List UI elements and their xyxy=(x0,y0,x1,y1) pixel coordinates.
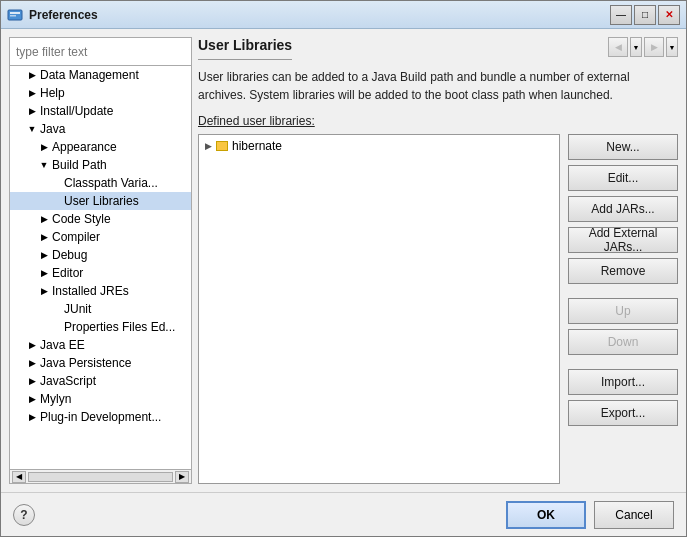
sidebar-item-label: JavaScript xyxy=(40,374,96,388)
add-external-jars-button[interactable]: Add External JARs... xyxy=(568,227,678,253)
tree-arrow-icon xyxy=(38,141,50,153)
sidebar-item-user-libraries[interactable]: User Libraries xyxy=(10,192,191,210)
sidebar-item-help[interactable]: Help xyxy=(10,84,191,102)
sidebar-item-label: User Libraries xyxy=(64,194,139,208)
tree-arrow-icon xyxy=(26,123,38,135)
tree-arrow-icon xyxy=(26,375,38,387)
library-item-label: hibernate xyxy=(232,139,282,153)
defined-label: Defined user libraries: xyxy=(198,114,678,128)
sidebar-item-code-style[interactable]: Code Style xyxy=(10,210,191,228)
tree-arrow-icon xyxy=(38,231,50,243)
sidebar-item-label: Properties Files Ed... xyxy=(64,320,175,334)
right-panel-header: User Libraries ◀ ▼ ▶ ▼ xyxy=(198,37,678,68)
forward-dropdown-button[interactable]: ▼ xyxy=(666,37,678,57)
description-text: User libraries can be added to a Java Bu… xyxy=(198,68,678,104)
sidebar-item-appearance[interactable]: Appearance xyxy=(10,138,191,156)
sidebar-item-label: Java Persistence xyxy=(40,356,131,370)
sidebar-item-mylyn[interactable]: Mylyn xyxy=(10,390,191,408)
sidebar-item-label: Editor xyxy=(52,266,83,280)
right-panel: User Libraries ◀ ▼ ▶ ▼ User libraries ca… xyxy=(198,37,678,484)
window-title: Preferences xyxy=(29,8,610,22)
navigation-arrows: ◀ ▼ ▶ ▼ xyxy=(608,37,678,57)
library-folder-icon xyxy=(216,141,228,151)
defined-label-rest: efined user libraries: xyxy=(207,114,315,128)
tree-arrow-icon xyxy=(50,177,62,189)
list-item-arrow-icon: ▶ xyxy=(205,141,212,151)
up-button[interactable]: Up xyxy=(568,298,678,324)
left-panel: Data Management Help Install/Update xyxy=(9,37,192,484)
scroll-right-button[interactable]: ▶ xyxy=(175,471,189,483)
maximize-button[interactable]: □ xyxy=(634,5,656,25)
sidebar-item-data-management[interactable]: Data Management xyxy=(10,66,191,84)
sidebar-item-label: Java EE xyxy=(40,338,85,352)
sidebar-item-compiler[interactable]: Compiler xyxy=(10,228,191,246)
sidebar-item-debug[interactable]: Debug xyxy=(10,246,191,264)
sidebar-item-build-path[interactable]: Build Path xyxy=(10,156,191,174)
sidebar-item-label: Appearance xyxy=(52,140,117,154)
edit-button[interactable]: Edit... xyxy=(568,165,678,191)
back-button[interactable]: ◀ xyxy=(608,37,628,57)
sidebar-item-junit[interactable]: JUnit xyxy=(10,300,191,318)
new-button[interactable]: New... xyxy=(568,134,678,160)
preferences-window: Preferences — □ ✕ Data Management xyxy=(0,0,687,537)
sidebar-item-javascript[interactable]: JavaScript xyxy=(10,372,191,390)
sidebar-item-label: Compiler xyxy=(52,230,100,244)
sidebar-item-label: Install/Update xyxy=(40,104,113,118)
help-button[interactable]: ? xyxy=(13,504,35,526)
sidebar-item-editor[interactable]: Editor xyxy=(10,264,191,282)
tree-arrow-icon xyxy=(26,411,38,423)
sidebar-item-installed-jres[interactable]: Installed JREs xyxy=(10,282,191,300)
minimize-button[interactable]: — xyxy=(610,5,632,25)
sidebar-item-label: Installed JREs xyxy=(52,284,129,298)
tree-arrow-icon xyxy=(26,69,38,81)
sidebar-item-label: Data Management xyxy=(40,68,139,82)
sidebar-item-install-update[interactable]: Install/Update xyxy=(10,102,191,120)
sidebar-item-label: Mylyn xyxy=(40,392,71,406)
sidebar-item-classpath-variables[interactable]: Classpath Varia... xyxy=(10,174,191,192)
svg-rect-2 xyxy=(10,15,16,17)
filter-input[interactable] xyxy=(10,38,191,66)
ok-button[interactable]: OK xyxy=(506,501,586,529)
remove-button[interactable]: Remove xyxy=(568,258,678,284)
sidebar-item-java[interactable]: Java xyxy=(10,120,191,138)
add-jars-button[interactable]: Add JARs... xyxy=(568,196,678,222)
title-bar: Preferences — □ ✕ xyxy=(1,1,686,29)
tree-arrow-icon xyxy=(50,303,62,315)
library-list[interactable]: ▶ hibernate xyxy=(198,134,560,484)
sidebar-item-label: Build Path xyxy=(52,158,107,172)
tree-arrow-icon xyxy=(38,249,50,261)
libraries-area: ▶ hibernate New... Edit... Add JARs... A… xyxy=(198,134,678,484)
scroll-track[interactable] xyxy=(28,472,173,482)
sidebar-item-plugin-development[interactable]: Plug-in Development... xyxy=(10,408,191,426)
tree-arrow-icon xyxy=(50,321,62,333)
list-item[interactable]: ▶ hibernate xyxy=(201,137,557,155)
bottom-right: OK Cancel xyxy=(506,501,674,529)
back-dropdown-button[interactable]: ▼ xyxy=(630,37,642,57)
window-icon xyxy=(7,7,23,23)
import-button[interactable]: Import... xyxy=(568,369,678,395)
panel-title: User Libraries xyxy=(198,37,292,60)
forward-button[interactable]: ▶ xyxy=(644,37,664,57)
cancel-button[interactable]: Cancel xyxy=(594,501,674,529)
tree-arrow-icon xyxy=(38,159,50,171)
export-button[interactable]: Export... xyxy=(568,400,678,426)
tree-arrow-icon xyxy=(26,87,38,99)
sidebar-item-label: Help xyxy=(40,86,65,100)
defined-label-prefix: D xyxy=(198,114,207,128)
tree-arrow-icon xyxy=(38,285,50,297)
tree-arrow-icon xyxy=(26,105,38,117)
down-button[interactable]: Down xyxy=(568,329,678,355)
sidebar-item-java-persistence[interactable]: Java Persistence xyxy=(10,354,191,372)
tree-arrow-icon xyxy=(26,393,38,405)
sidebar-item-properties-files[interactable]: Properties Files Ed... xyxy=(10,318,191,336)
window-controls: — □ ✕ xyxy=(610,5,680,25)
scroll-left-button[interactable]: ◀ xyxy=(12,471,26,483)
tree-arrow-icon xyxy=(50,195,62,207)
bottom-bar: ? OK Cancel xyxy=(1,492,686,536)
horizontal-scrollbar[interactable]: ◀ ▶ xyxy=(10,469,191,483)
sidebar-item-label: Debug xyxy=(52,248,87,262)
sidebar-item-java-ee[interactable]: Java EE xyxy=(10,336,191,354)
close-button[interactable]: ✕ xyxy=(658,5,680,25)
tree-arrow-icon xyxy=(38,267,50,279)
svg-rect-1 xyxy=(10,12,20,14)
